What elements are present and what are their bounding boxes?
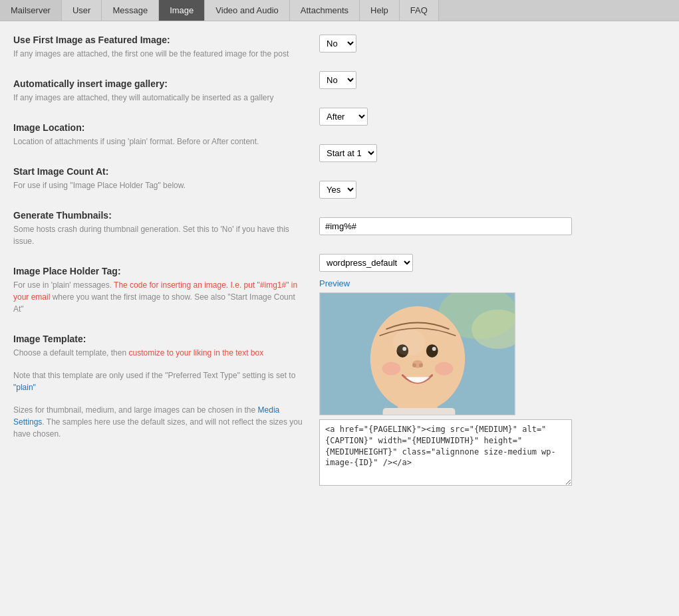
svg-point-10 — [419, 363, 423, 367]
tab-help[interactable]: Help — [360, 0, 400, 21]
svg-point-12 — [435, 362, 454, 375]
use-first-image-control: No Yes — [319, 35, 666, 52]
tab-attachments[interactable]: Attachments — [290, 0, 360, 21]
image-location-label: Image Location: — [13, 122, 306, 133]
image-placeholder-input[interactable] — [319, 217, 572, 235]
image-location-row: Image Location: Location of attachments … — [13, 122, 306, 148]
image-template-label: Image Template: — [13, 334, 306, 344]
auto-insert-gallery-control: No Yes — [319, 71, 666, 89]
tab-faq[interactable]: FAQ — [400, 0, 439, 21]
image-template-desc1: Choose a default template, then customiz… — [13, 347, 306, 359]
image-location-control: Before After — [319, 108, 666, 126]
image-placeholder-control — [319, 217, 666, 235]
svg-point-5 — [426, 344, 438, 358]
image-placeholder-desc: For use in 'plain' messages. The code fo… — [13, 279, 306, 315]
tab-mailserver[interactable]: Mailserver — [0, 0, 62, 21]
svg-point-9 — [412, 363, 416, 367]
template-code-textarea[interactable] — [319, 419, 572, 486]
preview-image — [319, 292, 515, 415]
start-image-count-control: Start at 1 Start at 2 Start at 3 — [319, 144, 666, 162]
image-template-desc2: Note that this template are only used if… — [13, 369, 306, 393]
start-image-count-select[interactable]: Start at 1 Start at 2 Start at 3 — [319, 144, 377, 162]
start-image-count-label: Start Image Count At: — [13, 166, 306, 177]
template-section: wordpress_default custom Preview — [319, 254, 666, 486]
image-template-control: wordpress_default custom Preview — [319, 254, 666, 486]
image-template-row: Image Template: Choose a default templat… — [13, 334, 306, 440]
image-placeholder-label: Image Place Holder Tag: — [13, 266, 306, 276]
svg-point-15 — [392, 329, 425, 356]
image-template-select[interactable]: wordpress_default custom — [319, 254, 413, 272]
generate-thumbnails-row: Generate Thumbnails: Some hosts crash du… — [13, 210, 306, 247]
svg-point-11 — [382, 362, 401, 375]
use-first-image-select[interactable]: No Yes — [319, 35, 356, 52]
image-location-desc: Location of attachments if using 'plain'… — [13, 136, 306, 148]
preview-label: Preview — [319, 278, 666, 288]
start-image-count-row: Start Image Count At: For use if using "… — [13, 166, 306, 191]
generate-thumbnails-label: Generate Thumbnails: — [13, 210, 306, 221]
tab-message[interactable]: Message — [102, 0, 159, 21]
use-first-image-desc: If any images are attached, the first on… — [13, 48, 306, 60]
use-first-image-label: Use First Image as Featured Image: — [13, 35, 306, 45]
auto-insert-gallery-label: Automatically insert image gallery: — [13, 78, 306, 89]
tab-video-and-audio[interactable]: Video and Audio — [205, 0, 289, 21]
start-image-count-desc: For use if using "Image Place Holder Tag… — [13, 179, 306, 191]
svg-point-7 — [432, 347, 436, 351]
image-placeholder-row: Image Place Holder Tag: For use in 'plai… — [13, 266, 306, 315]
tab-user[interactable]: User — [62, 0, 102, 21]
image-template-desc3: Sizes for thumbnail, medium, and large i… — [13, 404, 306, 440]
auto-insert-gallery-select[interactable]: No Yes — [319, 71, 356, 89]
auto-insert-gallery-desc: If any images are attached, they will au… — [13, 92, 306, 104]
nav-tabs: Mailserver User Message Image Video and … — [0, 0, 679, 21]
generate-thumbnails-control: Yes No — [319, 181, 666, 199]
use-first-image-row: Use First Image as Featured Image: If an… — [13, 35, 306, 60]
tab-image[interactable]: Image — [159, 0, 205, 21]
generate-thumbnails-select[interactable]: Yes No — [319, 181, 356, 199]
auto-insert-gallery-row: Automatically insert image gallery: If a… — [13, 78, 306, 104]
svg-rect-14 — [383, 408, 456, 415]
generate-thumbnails-desc: Some hosts crash during thumbnail genera… — [13, 223, 306, 247]
image-location-select[interactable]: Before After — [319, 108, 368, 126]
